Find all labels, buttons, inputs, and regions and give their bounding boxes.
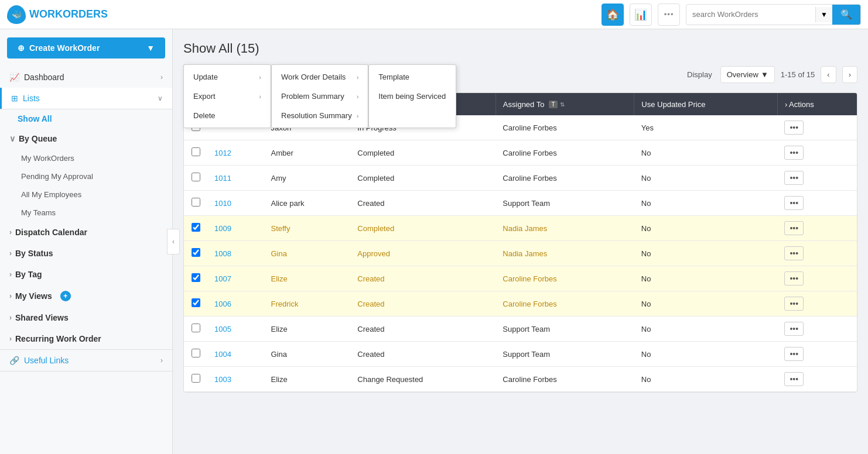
sidebar-item-dashboard[interactable]: 📈 Dashboard ›	[0, 67, 172, 88]
row-actions-btn[interactable]: •••	[784, 347, 804, 361]
row-actions-btn[interactable]: •••	[784, 372, 804, 386]
bulk-update-item[interactable]: Update ›	[184, 67, 271, 87]
row-id: 1009	[207, 216, 264, 241]
workorders-table: ID Name ⇅ Status	[184, 93, 857, 392]
useful-links-icon: 🔗	[9, 356, 19, 365]
row-id: 1010	[207, 191, 264, 216]
resolution-summary-item[interactable]: Resolution Summary ›	[272, 106, 368, 125]
search-dropdown-btn[interactable]: ▼	[815, 7, 832, 22]
search-submit-btn[interactable]: 🔍	[832, 5, 860, 25]
row-assigned: Caroline Forbes	[495, 166, 634, 191]
row-actions-cell: •••	[777, 115, 857, 140]
row-checkbox-cell	[184, 291, 207, 317]
update-arrow-icon: ›	[259, 74, 261, 81]
sidebar-recurring-work-order[interactable]: › Recurring Work Order	[0, 328, 172, 349]
row-status: Created	[350, 191, 495, 216]
row-actions-btn[interactable]: •••	[784, 322, 804, 336]
row-checkbox[interactable]	[192, 223, 200, 232]
prev-page-btn[interactable]: ‹	[821, 66, 836, 83]
search-input[interactable]	[686, 6, 815, 22]
row-assigned: Caroline Forbes	[495, 140, 634, 166]
row-actions-btn[interactable]: •••	[784, 121, 804, 135]
logo: 🐳 WORKORDERS	[7, 5, 108, 24]
work-order-details-label: Work Order Details	[281, 73, 346, 81]
sidebar-by-status[interactable]: › By Status	[0, 243, 172, 264]
sidebar-my-views[interactable]: › My Views +	[0, 285, 172, 307]
resolution-summary-label: Resolution Summary	[281, 111, 352, 120]
row-checkbox[interactable]	[192, 198, 200, 207]
assigned-sort-icon[interactable]: ⇅	[560, 101, 565, 108]
next-page-btn[interactable]: ›	[842, 66, 857, 83]
problem-summary-item[interactable]: Problem Summary ›	[272, 87, 368, 106]
create-workorder-btn[interactable]: ⊕ Create WorkOrder ▼	[7, 37, 165, 59]
row-actions-btn[interactable]: •••	[784, 146, 804, 160]
my-views-add-icon[interactable]: +	[60, 291, 71, 301]
row-actions-btn[interactable]: •••	[784, 221, 804, 235]
recurring-work-order-label: Recurring Work Order	[15, 334, 101, 343]
row-actions-btn[interactable]: •••	[784, 196, 804, 210]
row-id: 1004	[207, 342, 264, 367]
work-order-details-item[interactable]: Work Order Details ›	[272, 67, 368, 87]
row-checkbox[interactable]	[192, 273, 200, 282]
sidebar-show-all[interactable]: Show All	[0, 109, 172, 128]
row-name: Alice park	[264, 191, 350, 216]
row-actions-btn[interactable]: •••	[784, 246, 804, 260]
sidebar-my-teams[interactable]: My Teams	[12, 204, 172, 222]
display-option-label: Overview	[727, 70, 758, 79]
row-id: 1006	[207, 291, 264, 317]
row-status: Approved	[350, 241, 495, 266]
dispatch-chevron-icon: ›	[9, 228, 12, 236]
by-tag-label: By Tag	[15, 270, 42, 279]
row-checkbox[interactable]	[192, 173, 200, 181]
row-name: Gina	[264, 342, 350, 367]
row-status: Change Requested	[350, 367, 495, 392]
more-nav-btn[interactable]: •••	[658, 4, 680, 26]
row-checkbox-cell	[184, 166, 207, 191]
row-assigned: Support Team	[495, 317, 634, 342]
problem-summary-arrow-icon: ›	[357, 93, 359, 100]
sidebar-useful-links[interactable]: 🔗 Useful Links ›	[0, 350, 172, 371]
row-checkbox[interactable]	[192, 374, 200, 383]
row-checkbox[interactable]	[192, 349, 200, 357]
sidebar-by-queue[interactable]: ∨ By Queue	[0, 128, 172, 149]
logo-icon: 🐳	[7, 5, 26, 24]
row-actions-btn[interactable]: •••	[784, 171, 804, 185]
row-checkbox[interactable]	[192, 147, 200, 156]
table-row: 1010 Alice park Created Support Team No …	[184, 191, 857, 216]
useful-links-label: Useful Links	[24, 356, 69, 365]
work-order-details-submenu: Template Item being Serviced	[368, 64, 456, 128]
row-assigned: Support Team	[495, 191, 634, 216]
row-checkbox[interactable]	[192, 324, 200, 332]
sidebar-pending-approval[interactable]: Pending My Approval	[12, 167, 172, 185]
row-checkbox-cell	[184, 241, 207, 266]
row-use-updated: No	[634, 342, 778, 367]
row-id: 1003	[207, 367, 264, 392]
row-checkbox[interactable]	[192, 248, 200, 257]
by-queue-collapse-icon: ∨	[9, 134, 15, 143]
sidebar-section-main: 📈 Dashboard › ⊞ Lists ∨	[0, 67, 172, 109]
chart-nav-btn[interactable]: 📊	[630, 4, 652, 26]
sidebar-item-lists[interactable]: ⊞ Lists ∨	[0, 88, 172, 109]
row-actions-btn[interactable]: •••	[784, 297, 804, 311]
header-use-updated-price: Use Updated Price	[634, 93, 778, 115]
sidebar-collapse-btn[interactable]: ‹	[167, 229, 180, 254]
sidebar-shared-views[interactable]: › Shared Views	[0, 307, 172, 328]
sidebar-dispatch-calendar[interactable]: › Dispatch Calendar	[0, 222, 172, 243]
display-select[interactable]: Overview ▼	[720, 66, 775, 83]
template-item[interactable]: Template	[369, 67, 456, 87]
row-name: Amber	[264, 140, 350, 166]
top-nav: 🐳 WORKORDERS 🏠 📊 ••• ▼ 🔍	[0, 0, 868, 29]
home-nav-btn[interactable]: 🏠	[602, 4, 624, 26]
display-label: Display	[687, 70, 712, 79]
row-status: Completed	[350, 166, 495, 191]
sidebar-my-workorders[interactable]: My WorkOrders	[12, 149, 172, 167]
row-checkbox[interactable]	[192, 298, 200, 307]
sidebar-all-employees[interactable]: All My Employees	[12, 185, 172, 204]
sidebar-by-tag[interactable]: › By Tag	[0, 264, 172, 285]
row-status: Created	[350, 317, 495, 342]
dropdown-overlay: Update › Export › Delete Work Order Deta…	[183, 64, 456, 128]
bulk-export-item[interactable]: Export ›	[184, 87, 271, 106]
item-being-serviced-item[interactable]: Item being Serviced	[369, 87, 456, 106]
bulk-delete-item[interactable]: Delete	[184, 106, 271, 125]
row-actions-btn[interactable]: •••	[784, 271, 804, 286]
